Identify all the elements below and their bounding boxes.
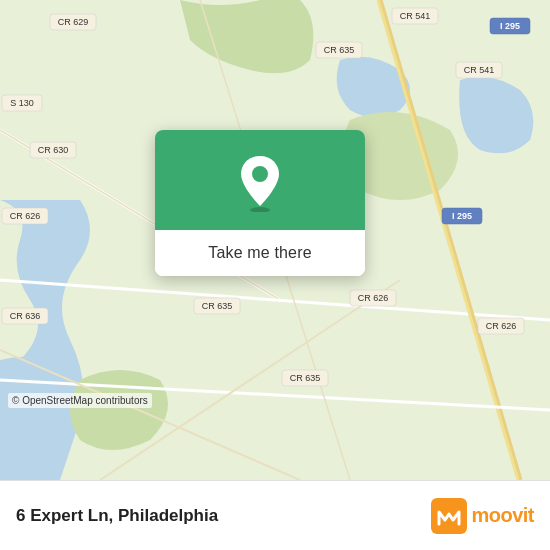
svg-text:CR 636: CR 636	[10, 311, 41, 321]
moovit-logo: moovit	[431, 498, 534, 534]
svg-text:CR 626: CR 626	[10, 211, 41, 221]
moovit-brand-text: moovit	[471, 504, 534, 527]
svg-text:CR 635: CR 635	[324, 45, 355, 55]
svg-text:I 295: I 295	[452, 211, 472, 221]
map-container: CR 629 CR 541 I 295 S 130 CR 635 CR 541 …	[0, 0, 550, 480]
svg-text:S 130: S 130	[10, 98, 34, 108]
bottom-bar: 6 Expert Ln, Philadelphia moovit	[0, 480, 550, 550]
svg-point-39	[250, 207, 270, 212]
address-text: 6 Expert Ln, Philadelphia	[16, 506, 218, 526]
moovit-brand-icon	[431, 498, 467, 534]
svg-text:I 295: I 295	[500, 21, 520, 31]
take-me-there-button[interactable]: Take me there	[155, 230, 365, 276]
osm-attribution: © OpenStreetMap contributors	[8, 393, 152, 408]
popup-card: Take me there	[155, 130, 365, 276]
svg-text:CR 626: CR 626	[358, 293, 389, 303]
svg-text:CR 635: CR 635	[290, 373, 321, 383]
svg-text:CR 541: CR 541	[464, 65, 495, 75]
svg-point-40	[252, 166, 268, 182]
svg-text:CR 629: CR 629	[58, 17, 89, 27]
svg-text:CR 635: CR 635	[202, 301, 233, 311]
svg-text:CR 626: CR 626	[486, 321, 517, 331]
svg-text:CR 541: CR 541	[400, 11, 431, 21]
popup-top	[155, 130, 365, 230]
location-pin-icon	[235, 152, 285, 212]
address-section: 6 Expert Ln, Philadelphia	[16, 506, 218, 526]
svg-text:CR 630: CR 630	[38, 145, 69, 155]
